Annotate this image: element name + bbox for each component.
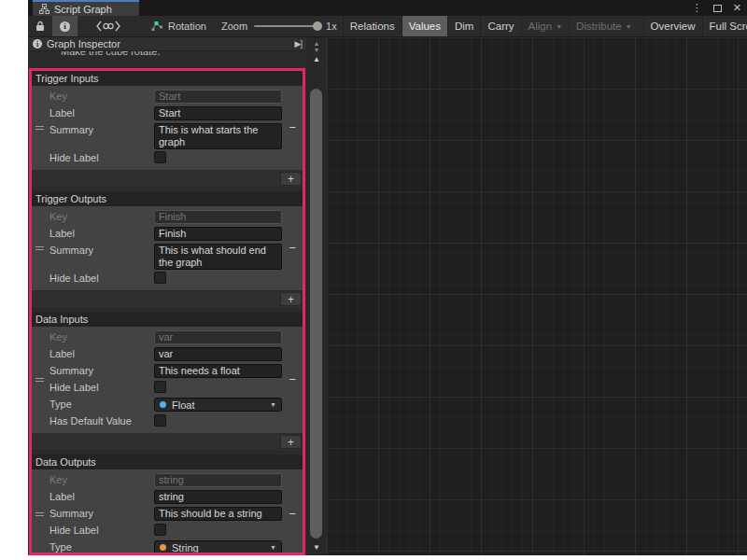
lock-icon	[35, 21, 45, 32]
zoom-slider[interactable]	[254, 25, 319, 27]
field-label: Key	[49, 474, 67, 485]
zoom-value: 1x	[326, 21, 337, 32]
has-default-value-checkbox[interactable]	[154, 414, 166, 427]
field-row-label: LabelStart	[32, 105, 303, 122]
drag-handle-icon[interactable]	[35, 124, 44, 132]
remove-item-button[interactable]: −	[289, 244, 296, 253]
toolbar-button-align[interactable]: Align▼	[521, 16, 570, 36]
label-input[interactable]: string	[154, 490, 282, 504]
field-label: Type	[49, 541, 72, 553]
field-label: Key	[49, 331, 67, 343]
field-row-summary: SummaryThis is what should end the graph	[32, 243, 303, 271]
drag-handle-icon[interactable]	[35, 376, 44, 384]
add-item-button[interactable]: +	[280, 292, 302, 306]
connections-button[interactable]	[89, 16, 128, 36]
zoom-slider-handle[interactable]	[313, 21, 322, 31]
field-summary: This is what should end the graph	[154, 244, 282, 270]
type-color-dot	[160, 544, 166, 551]
toolbar-button-label: Align	[529, 21, 553, 32]
add-item-row: +	[32, 291, 303, 307]
summary-input[interactable]: This should be a string	[154, 507, 282, 521]
titlebar: Script Graph ⋮ ✕	[28, 0, 747, 16]
scroll-up-icon[interactable]: ▲	[306, 40, 327, 47]
graph-toolbar: i Rotation Zoom	[28, 16, 747, 37]
field-label: Hide Label	[49, 152, 99, 163]
chevron-down-icon: ▼	[270, 401, 276, 408]
remove-item-button[interactable]: −	[289, 375, 296, 385]
label-input[interactable]: Finish	[154, 227, 282, 241]
field-label: Key	[49, 211, 67, 222]
section-header: Data Outputs	[32, 455, 303, 469]
field-label: Start	[154, 106, 282, 120]
toolbar-button-label: Dim	[455, 21, 473, 32]
section-trigger-inputs: Trigger InputsKeyStartLabelStartSummaryT…	[32, 71, 303, 187]
toolbar-button-label: Distribute	[576, 21, 622, 32]
toolbar-button-distribute[interactable]: Distribute▼	[569, 16, 639, 36]
scrollbar-thumb[interactable]	[310, 89, 322, 539]
type-dropdown[interactable]: Float▼	[154, 398, 282, 412]
field-row-hide-label: Hide Label	[32, 380, 303, 397]
field-label: Summary	[49, 245, 93, 256]
rotation-toggle[interactable]: Rotation	[141, 21, 216, 32]
toolbar-button-overview[interactable]: Overview	[643, 16, 702, 36]
hide-label-checkbox[interactable]	[154, 272, 166, 284]
field-summary: This should be a string	[154, 507, 282, 521]
label-input[interactable]: Start	[154, 106, 282, 120]
field-label: Label	[49, 107, 75, 119]
tab-script-graph[interactable]: Script Graph	[33, 0, 139, 16]
field-row-key: Keystring	[32, 472, 303, 489]
section-header: Data Inputs	[32, 312, 303, 327]
summary-input[interactable]: This is what should end the graph	[154, 244, 282, 270]
key-input: var	[154, 330, 282, 344]
type-dropdown[interactable]: String▼	[154, 540, 282, 554]
summary-input[interactable]: This needs a float	[154, 364, 282, 378]
scroll-down-icon[interactable]: ▼	[306, 47, 327, 53]
maximize-icon[interactable]	[713, 5, 722, 12]
add-item-button[interactable]: +	[280, 435, 302, 449]
field-row-hide-label: Hide Label	[32, 271, 303, 287]
toolbar-button-group: RelationsValuesDimCarryAlign▼Distribute▼…	[343, 16, 747, 36]
hide-label-checkbox[interactable]	[154, 151, 166, 163]
scrollbar-down-arrow[interactable]: ▼	[306, 544, 327, 551]
drag-handle-icon[interactable]	[35, 245, 44, 252]
field-label: Summary	[49, 508, 93, 519]
remove-item-button[interactable]: −	[289, 123, 296, 133]
drag-handle-icon[interactable]	[35, 511, 44, 518]
section-trigger-outputs: Trigger OutputsKeyFinishLabelFinishSumma…	[32, 191, 303, 307]
toolbar-button-relations[interactable]: Relations	[343, 16, 402, 36]
field-label: Hide Label	[49, 273, 99, 284]
graph-canvas[interactable]	[327, 37, 747, 555]
dock-panel-icon[interactable]: ▶]	[295, 39, 302, 49]
script-graph-window: Script Graph ⋮ ✕ i	[28, 0, 747, 555]
toolbar-button-values[interactable]: Values	[402, 16, 447, 36]
hide-label-checkbox[interactable]	[154, 381, 166, 393]
remove-item-button[interactable]: −	[289, 510, 296, 519]
hide-label-checkbox[interactable]	[154, 524, 166, 536]
key-input: string	[154, 473, 282, 487]
section-item: KeyvarLabelvarSummaryThis needs a floatH…	[32, 327, 303, 433]
field-has-default-value	[154, 414, 282, 427]
window-menu-icon[interactable]: ⋮	[692, 2, 702, 14]
rotation-label: Rotation	[168, 21, 206, 32]
add-item-button[interactable]: +	[280, 172, 302, 186]
section-data-inputs: Data InputsKeyvarLabelvarSummaryThis nee…	[32, 312, 303, 450]
scrollbar-up-arrow[interactable]: ▲	[306, 56, 327, 63]
field-row-label: Labelstring	[32, 489, 303, 506]
toolbar-button-dim[interactable]: Dim	[447, 16, 480, 36]
section-data-outputs: Data OutputsKeystringLabelstringSummaryT…	[32, 455, 303, 555]
info-icon: i	[33, 39, 42, 49]
field-row-has-default-value: Has Default Value	[32, 413, 303, 430]
lock-button[interactable]	[28, 16, 52, 36]
section-item: KeyStartLabelStartSummaryThis is what st…	[32, 86, 303, 170]
toolbar-button-carry[interactable]: Carry	[480, 16, 520, 36]
close-icon[interactable]: ✕	[733, 2, 741, 14]
key-input: Start	[154, 90, 282, 104]
label-input[interactable]: var	[154, 347, 282, 361]
field-summary: This needs a float	[154, 364, 282, 378]
inspector-toggle-button[interactable]: i	[52, 16, 78, 36]
toolbar-button-full-screen[interactable]: Full Screen	[702, 16, 747, 36]
toolbar-button-label: Overview	[651, 21, 696, 32]
summary-input[interactable]: This is what starts the graph	[154, 123, 282, 149]
graph-summary-text: Make the cube rotate.	[28, 51, 306, 63]
section-header: Trigger Inputs	[32, 71, 303, 86]
